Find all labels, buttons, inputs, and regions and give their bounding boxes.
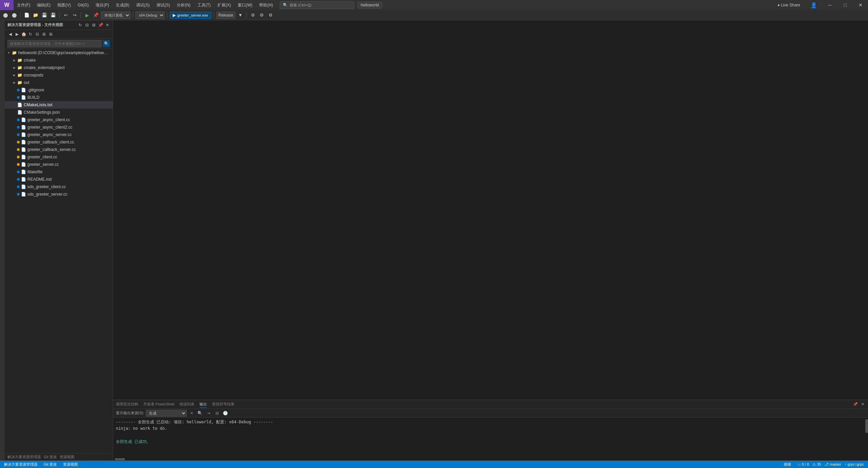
folder-arrow-icon[interactable]: ▶ xyxy=(12,66,17,69)
tree-item[interactable]: 📄greeter_client.cc xyxy=(5,153,113,161)
sidebar-filter2-btn[interactable]: ⊞ xyxy=(48,31,54,37)
start-button[interactable]: ▶ xyxy=(83,12,91,19)
new-file-button[interactable]: 📄 xyxy=(23,12,30,19)
run-button[interactable]: ▶ greeter_server.exe xyxy=(170,12,211,19)
sidebar-search-input[interactable] xyxy=(7,40,102,47)
clear-btn[interactable]: ✕ xyxy=(188,410,195,417)
minimize-button[interactable]: ─ xyxy=(822,0,838,10)
pin-btn[interactable]: 📌 xyxy=(98,22,103,28)
tree-item[interactable]: 📄greeter_callback_client.cc xyxy=(5,138,113,146)
panel-scrollbar[interactable] xyxy=(865,418,868,458)
menu-item-调试[interactable]: 调试(S) xyxy=(133,0,153,10)
tree-item[interactable]: 📄greeter_async_server.cc xyxy=(5,131,113,138)
sidebar-search-button[interactable]: 🔍 xyxy=(103,40,110,47)
open-file-button[interactable]: 📁 xyxy=(32,12,39,19)
status-branch[interactable]: ⎇ master xyxy=(823,461,843,468)
menu-item-扩展[interactable]: 扩展(X) xyxy=(214,0,234,10)
tree-item[interactable]: ▶📁cocoapods xyxy=(5,71,113,79)
menu-item-分析[interactable]: 分析(N) xyxy=(173,0,194,10)
close-button[interactable]: ✕ xyxy=(853,0,868,10)
git-changes-link[interactable]: Git 更改 xyxy=(44,454,57,460)
menu-item-窗口[interactable]: 窗口(W) xyxy=(234,0,256,10)
solution-explorer-link[interactable]: 解决方案资源管理器 xyxy=(7,454,41,460)
menu-item-编辑[interactable]: 编辑(E) xyxy=(34,0,54,10)
menu-item-视图[interactable]: 视图(V) xyxy=(54,0,74,10)
tree-item[interactable]: 📄greeter_async_client2.cc xyxy=(5,124,113,131)
save-button[interactable]: 💾 xyxy=(41,12,48,19)
panel-hscroll[interactable] xyxy=(113,458,868,461)
tree-item[interactable]: 📄README.md xyxy=(5,176,113,183)
tab-error-list[interactable]: 错误列表 xyxy=(179,401,194,407)
tab-call-hierarchy[interactable]: 调用层次结构 xyxy=(116,401,138,407)
menu-item-帮助[interactable]: 帮助(H) xyxy=(256,0,276,10)
status-solution[interactable]: 解决方案资源管理器 xyxy=(3,461,39,468)
status-git[interactable]: Git 更改 xyxy=(42,461,58,468)
tree-item[interactable]: 📄xds_greeter_server.cc xyxy=(5,191,113,198)
tree-item[interactable]: ▶📁out xyxy=(5,79,113,86)
tree-item[interactable]: ▶📁cmake xyxy=(5,57,113,64)
sidebar-collapse-btn[interactable]: ⊟ xyxy=(35,31,40,37)
tab-output[interactable]: 输出 xyxy=(199,401,207,408)
sidebar-forward-btn[interactable]: ▶ xyxy=(14,31,20,37)
settings-btn1[interactable]: ⚙ xyxy=(249,12,257,19)
resource-view-link[interactable]: 资源视图 xyxy=(60,454,75,460)
panel-scrollbar-thumb[interactable] xyxy=(865,419,868,433)
find-btn[interactable]: 🔍 xyxy=(197,410,204,417)
maximize-button[interactable]: □ xyxy=(838,0,853,10)
tree-item[interactable]: 📄BUILD xyxy=(5,94,113,101)
tab-find-symbols[interactable]: 查找符号结果 xyxy=(212,401,234,407)
profile-button[interactable]: 👤 xyxy=(805,0,822,10)
grid-btn[interactable]: ⊞ xyxy=(214,410,220,417)
sidebar-expand-btn[interactable]: ⊞ xyxy=(41,31,47,37)
live-share-button[interactable]: ♦ Live Share xyxy=(772,0,805,10)
redo-button[interactable]: ↪ xyxy=(71,12,78,19)
folder-arrow-icon[interactable]: ▶ xyxy=(12,73,17,77)
forward-button[interactable]: ⬤ xyxy=(10,12,18,19)
clock-btn[interactable]: 🕐 xyxy=(222,410,229,417)
menu-item-工具[interactable]: 工具(T) xyxy=(194,0,214,10)
tree-root[interactable]: ▼ 📁 helloworld (D:\CODE\grpc\examples\cp… xyxy=(5,49,113,57)
undo-button[interactable]: ↩ xyxy=(62,12,69,19)
sidebar-refresh-btn[interactable]: ↻ xyxy=(28,31,33,37)
tree-item[interactable]: 📄CMakeLists.txt xyxy=(5,101,113,109)
tree-item[interactable]: 📄.gitignore xyxy=(5,86,113,94)
panel-pin-btn[interactable]: 📌 xyxy=(853,402,858,407)
panel-close-btn[interactable]: ✕ xyxy=(860,402,865,407)
back-button[interactable]: ⬤ xyxy=(2,12,9,19)
config-label[interactable]: Release xyxy=(216,12,235,19)
tree-item[interactable]: 📄Makefile xyxy=(5,168,113,176)
settings-btn3[interactable]: ⚙ xyxy=(267,12,274,19)
close-sidebar-btn[interactable]: ✕ xyxy=(105,22,110,28)
arch-select[interactable]: x64-Debug xyxy=(135,12,165,19)
wrap-btn[interactable]: ⇥ xyxy=(205,410,212,417)
folder-arrow-icon[interactable]: ▶ xyxy=(12,59,17,62)
dropdown-btn[interactable]: ▼ xyxy=(237,12,244,19)
save-all-button[interactable]: 💾 xyxy=(49,12,57,19)
filter-btn[interactable]: ⊞ xyxy=(91,22,97,28)
menu-item-git[interactable]: Git(G) xyxy=(74,0,92,10)
tree-item[interactable]: ▶📁cmake_externalproject xyxy=(5,64,113,71)
menu-item-测试[interactable]: 测试(S) xyxy=(153,0,173,10)
tree-item[interactable]: 📄greeter_callback_server.cc xyxy=(5,146,113,153)
menu-item-文件[interactable]: 文件(F) xyxy=(14,0,34,10)
tree-item[interactable]: 📄xds_greeter_client.cc xyxy=(5,183,113,191)
tree-item[interactable]: 📄greeter_async_client.cc xyxy=(5,116,113,124)
sidebar-home-btn[interactable]: 🏠 xyxy=(21,31,26,37)
attach-button[interactable]: 📌 xyxy=(92,12,100,19)
sidebar-back-btn[interactable]: ◀ xyxy=(7,31,13,37)
settings-btn2[interactable]: ⚙ xyxy=(258,12,266,19)
folder-arrow-icon[interactable]: ▶ xyxy=(12,81,17,84)
collapse-all-btn[interactable]: ⊟ xyxy=(84,22,90,28)
search-box[interactable]: 🔍 搜索 (Ctrl+Q) xyxy=(280,1,354,9)
menu-item-项目[interactable]: 项目(P) xyxy=(92,0,112,10)
tree-item[interactable]: 📄greeter_server.cc xyxy=(5,161,113,168)
status-line-col[interactable]: ↑↓ 0 / 0 xyxy=(796,461,810,468)
status-remote[interactable]: ↑ grpc↑grpc xyxy=(843,461,865,468)
status-resource[interactable]: 资源视图 xyxy=(62,461,79,468)
sync-btn[interactable]: ↻ xyxy=(78,22,83,28)
status-errors[interactable]: ⚠ 35 xyxy=(811,461,822,468)
tab-powershell[interactable]: 开发者 PowerShell xyxy=(143,401,174,407)
tree-item[interactable]: 📄CMakeSettings.json xyxy=(5,109,113,116)
output-source-select[interactable]: 生成 xyxy=(146,410,187,417)
menu-item-生成[interactable]: 生成(B) xyxy=(112,0,133,10)
